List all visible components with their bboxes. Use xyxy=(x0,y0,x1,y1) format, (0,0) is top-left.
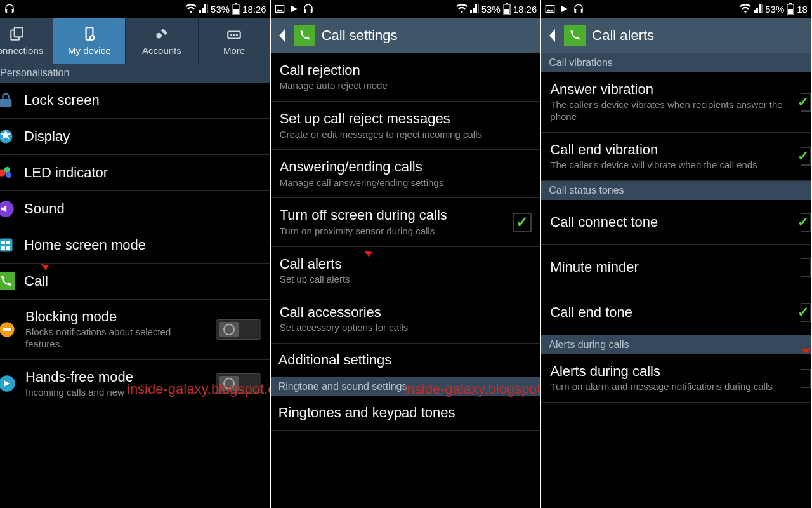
title: Ringtones and keypad tones xyxy=(278,404,532,421)
subtitle: Create or edit messages to reject incomi… xyxy=(280,129,532,141)
back-button[interactable] xyxy=(546,26,558,45)
section-ringtone: Ringtone and sound settings xyxy=(271,377,541,396)
tab-more[interactable]: More xyxy=(199,18,270,64)
item-lock-screen[interactable]: Lock screen xyxy=(0,83,270,119)
subtitle: Set accessory options for calls xyxy=(280,322,532,334)
item-additional-settings[interactable]: Additional settings xyxy=(271,344,541,377)
phone-app-icon xyxy=(564,25,586,46)
item-call-accessories[interactable]: Call accessoriesSet accessory options fo… xyxy=(271,295,541,344)
subtitle: The caller's device will vibrate when th… xyxy=(550,159,792,171)
clock: 18:26 xyxy=(513,4,537,15)
item-sound[interactable]: Sound xyxy=(0,191,270,227)
tab-accounts[interactable]: Accounts xyxy=(126,18,198,64)
lock-icon xyxy=(0,91,15,110)
headphones-icon xyxy=(573,3,584,15)
headphones-icon xyxy=(4,3,15,15)
signal-icon xyxy=(470,4,479,13)
svg-point-16 xyxy=(6,172,11,178)
display-icon xyxy=(0,127,15,146)
section-personalisation: Personalisation xyxy=(0,64,270,83)
battery-percent: 53% xyxy=(481,4,501,15)
item-minute-minder[interactable]: Minute minder xyxy=(541,245,811,290)
headphones-icon xyxy=(303,3,314,15)
subtitle: Blocks notifications about selected feat… xyxy=(25,326,207,351)
item-call[interactable]: Call xyxy=(0,264,270,300)
callend-tone-checkbox[interactable] xyxy=(801,303,811,322)
subtitle: Incoming calls and new xyxy=(25,387,207,399)
wifi-icon xyxy=(740,4,751,13)
item-turn-off-screen[interactable]: Turn off screen during callsTurn on prox… xyxy=(271,198,541,246)
svg-point-6 xyxy=(90,36,95,39)
panel-settings: 53% 18:26 Connections My device Accounts… xyxy=(0,0,271,508)
svg-rect-20 xyxy=(6,241,10,244)
title: Call accessories xyxy=(280,304,532,321)
home-icon xyxy=(0,236,15,255)
svg-rect-18 xyxy=(0,239,13,252)
proximity-checkbox[interactable] xyxy=(513,213,532,232)
subtitle: Manage call answering/ending settings xyxy=(280,177,532,189)
blocking-toggle[interactable] xyxy=(216,319,261,340)
item-answer-vibration[interactable]: Answer vibrationThe caller's device vibr… xyxy=(541,72,811,133)
title-bar: Call alerts xyxy=(541,18,811,53)
alerts-during-calls-checkbox[interactable] xyxy=(801,369,811,388)
subtitle: Set up call alerts xyxy=(280,274,532,286)
subtitle: Turn on proximity sensor during calls xyxy=(280,225,504,237)
signal-icon xyxy=(199,4,208,13)
title-bar: Call settings xyxy=(271,18,541,53)
callend-vibration-checkbox[interactable] xyxy=(801,147,811,166)
item-call-alerts[interactable]: Call alertsSet up call alerts xyxy=(271,247,541,295)
hands-free-icon xyxy=(0,374,16,393)
item-callend-vibration[interactable]: Call end vibrationThe caller's device wi… xyxy=(541,133,811,181)
answer-vibration-checkbox[interactable] xyxy=(801,93,811,112)
wifi-icon xyxy=(185,4,197,13)
title: Display xyxy=(24,128,261,145)
connect-tone-checkbox[interactable] xyxy=(801,213,811,232)
tab-connections[interactable]: Connections xyxy=(0,18,53,64)
item-hands-free[interactable]: Hands-free mode Incoming calls and new xyxy=(0,360,270,408)
image-icon xyxy=(275,4,285,14)
tab-label: My device xyxy=(68,45,111,56)
svg-rect-21 xyxy=(1,246,5,250)
item-answering-ending[interactable]: Answering/ending callsManage call answer… xyxy=(271,150,541,198)
item-alerts-during-calls[interactable]: Alerts during callsTurn on alarm and mes… xyxy=(541,354,811,403)
title: Call xyxy=(24,273,261,290)
page-title: Call alerts xyxy=(592,27,654,44)
back-button[interactable] xyxy=(276,26,287,45)
minute-minder-checkbox[interactable] xyxy=(801,258,811,277)
section-call-vibrations: Call vibrations xyxy=(541,53,811,72)
section-call-status-tones: Call status tones xyxy=(541,181,811,200)
title: Call alerts xyxy=(280,256,532,272)
title: Hands-free mode xyxy=(25,369,207,385)
item-ringtones[interactable]: Ringtones and keypad tones xyxy=(271,396,541,430)
tab-label: More xyxy=(223,45,245,56)
svg-rect-25 xyxy=(3,328,11,331)
item-connect-tone[interactable]: Call connect tone xyxy=(541,200,811,245)
title: Call rejection xyxy=(280,62,532,79)
status-bar: 53% 18:26 xyxy=(271,0,541,18)
play-icon xyxy=(289,4,299,14)
svg-point-10 xyxy=(233,34,235,36)
handsfree-toggle[interactable] xyxy=(216,373,261,394)
item-led[interactable]: LED indicator xyxy=(0,155,270,191)
title: Answer vibration xyxy=(550,81,792,98)
svg-point-11 xyxy=(236,34,238,36)
title: LED indicator xyxy=(24,164,261,181)
title: Call end vibration xyxy=(550,142,792,158)
item-display[interactable]: Display xyxy=(0,119,270,155)
item-reject-messages[interactable]: Set up call reject messagesCreate or edi… xyxy=(271,102,541,150)
red-arrow-icon xyxy=(789,331,812,357)
svg-rect-34 xyxy=(788,9,793,14)
tab-mydevice[interactable]: My device xyxy=(53,18,126,64)
item-callend-tone[interactable]: Call end tone xyxy=(541,290,811,335)
item-blocking-mode[interactable]: Blocking mode Blocks notifications about… xyxy=(0,300,270,360)
settings-tabs: Connections My device Accounts More xyxy=(0,18,270,64)
svg-point-7 xyxy=(156,32,162,38)
svg-rect-22 xyxy=(6,246,10,250)
item-call-rejection[interactable]: Call rejectionManage auto reject mode xyxy=(271,53,541,102)
blocking-icon xyxy=(0,320,16,339)
svg-rect-30 xyxy=(504,9,509,14)
tab-label: Accounts xyxy=(142,45,181,56)
title: Minute minder xyxy=(550,259,792,276)
battery-icon xyxy=(503,3,511,15)
subtitle: Turn on alarm and message notifications … xyxy=(550,381,792,393)
